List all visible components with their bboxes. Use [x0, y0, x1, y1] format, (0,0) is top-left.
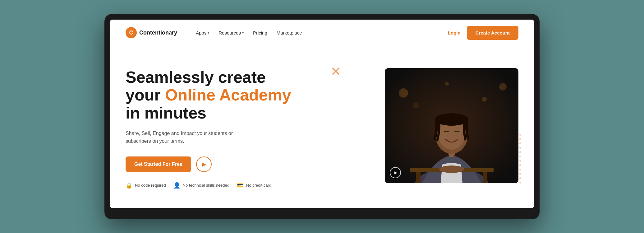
lock-icon: 🔒: [126, 182, 132, 189]
svg-point-70: [519, 160, 521, 162]
svg-rect-13: [483, 172, 487, 183]
person-icon: 👤: [173, 182, 180, 189]
play-overlay-icon: ▶: [394, 170, 397, 175]
svg-point-94: [519, 173, 521, 175]
feature-no-code: 🔒 No code required: [126, 182, 166, 189]
logo-letter: C: [129, 30, 133, 36]
nav-actions: Login Create Account: [448, 26, 518, 40]
nav-apps-label: Apps: [196, 30, 206, 35]
video-play-overlay-button[interactable]: ▶: [390, 167, 401, 178]
nav-resources-label: Resources: [218, 30, 241, 35]
svg-point-3: [482, 97, 487, 102]
login-link[interactable]: Login: [448, 30, 461, 35]
cta-row: Get Started For Free ▶: [126, 156, 372, 172]
hero-title-line1: Seamlessly create: [126, 68, 266, 86]
svg-point-5: [445, 82, 449, 86]
right-content: ▶: [385, 59, 518, 193]
svg-point-4: [413, 102, 419, 109]
nav-apps[interactable]: Apps ▾: [196, 30, 209, 35]
svg-point-22: [519, 134, 521, 136]
person-silhouette: [385, 68, 518, 183]
nav-marketplace-label: Marketplace: [277, 30, 302, 35]
navbar: C Contentionary Apps ▾ Resources ▾ Prici…: [110, 20, 534, 46]
svg-point-1: [399, 88, 408, 98]
card-icon: 💳: [237, 182, 244, 189]
laptop-frame: C Contentionary Apps ▾ Resources ▾ Prici…: [104, 14, 540, 219]
video-person: [385, 68, 518, 183]
svg-point-46: [519, 147, 521, 149]
x-decoration-icon: ✕: [330, 65, 341, 78]
feature-no-card: 💳 No credit card: [237, 182, 271, 189]
feature-no-code-label: No code required: [135, 183, 166, 188]
svg-point-54: [519, 151, 521, 153]
nav-resources[interactable]: Resources ▾: [218, 30, 244, 35]
svg-point-14: [439, 165, 464, 173]
create-account-button[interactable]: Create Account: [467, 26, 518, 40]
features-row: 🔒 No code required 👤 No technical skills…: [126, 182, 372, 189]
nav-links: Apps ▾ Resources ▾ Pricing Marketplace: [196, 30, 448, 35]
hero-title-line2: your: [126, 86, 165, 104]
play-video-button[interactable]: ▶: [196, 156, 212, 172]
hero-title-line3: in minutes: [126, 104, 206, 122]
svg-point-62: [519, 156, 521, 157]
svg-point-102: [519, 177, 521, 179]
svg-point-78: [519, 164, 521, 166]
main-content: ✕ Seamlessly create your Online Academy …: [110, 46, 534, 208]
left-content: Seamlessly create your Online Academy in…: [126, 59, 372, 193]
feature-no-card-label: No credit card: [246, 183, 271, 188]
nav-pricing[interactable]: Pricing: [253, 30, 267, 35]
svg-point-110: [519, 182, 521, 184]
logo[interactable]: C Contentionary: [126, 27, 177, 38]
play-icon: ▶: [202, 161, 206, 168]
feature-no-skills-label: No technical skills needed: [183, 183, 229, 188]
screen: C Contentionary Apps ▾ Resources ▾ Prici…: [110, 20, 534, 208]
chevron-down-icon: ▾: [208, 31, 209, 35]
svg-point-30: [519, 138, 521, 140]
logo-icon: C: [126, 27, 137, 38]
nav-pricing-label: Pricing: [253, 30, 267, 35]
logo-text: Contentionary: [139, 30, 177, 36]
svg-point-2: [499, 83, 507, 91]
svg-point-38: [519, 142, 521, 144]
get-started-button[interactable]: Get Started For Free: [126, 156, 191, 172]
feature-no-skills: 👤 No technical skills needed: [173, 182, 229, 189]
chevron-down-icon: ▾: [242, 31, 244, 35]
video-container: ▶: [385, 68, 518, 183]
nav-marketplace[interactable]: Marketplace: [277, 30, 302, 35]
svg-point-86: [519, 169, 521, 170]
hero-subtitle: Share, Sell, Engage and Impact your stud…: [126, 129, 250, 145]
hero-title-highlight: Online Academy: [165, 86, 291, 104]
svg-rect-12: [416, 172, 421, 183]
